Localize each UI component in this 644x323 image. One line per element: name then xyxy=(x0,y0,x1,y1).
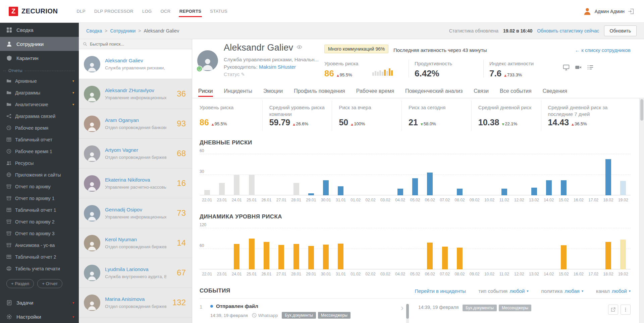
tab-7[interactable]: Связи xyxy=(474,85,489,97)
employee-list-item[interactable]: Ekaterina NikiforovaУправление расчетно-… xyxy=(79,169,192,198)
sidebar-report-item-13[interactable]: Отчет по архиву 2 xyxy=(0,216,79,228)
sidebar-report-item-9[interactable]: Приложения и сайты xyxy=(0,169,79,181)
bar[interactable] xyxy=(249,239,255,269)
employee-list-item[interactable]: Gennadij OsipovУправление информационных… xyxy=(79,198,192,228)
event-title[interactable]: Отправлен файл xyxy=(216,303,258,309)
user-name[interactable]: Админ Админ xyxy=(595,9,625,14)
sidebar-item-2[interactable]: Сотрудники xyxy=(0,37,79,51)
export-button[interactable] xyxy=(608,305,618,315)
go-to-incidents-link[interactable]: Перейти в инциденты xyxy=(415,288,466,294)
bar[interactable] xyxy=(605,159,611,195)
tab-4[interactable]: Профиль поведения xyxy=(294,85,345,97)
bar[interactable] xyxy=(338,186,343,195)
main-scrollbar[interactable] xyxy=(639,98,644,323)
sidebar-bottom-item-2[interactable]: Настройки▾ xyxy=(0,310,79,323)
monitor-icon[interactable] xyxy=(563,64,570,71)
employee-name-link[interactable]: Kerol Nyuman xyxy=(105,237,166,242)
tab-9[interactable]: Сведения xyxy=(543,85,567,97)
employee-name-link[interactable]: Gennadij Osipov xyxy=(105,207,166,212)
quick-search[interactable] xyxy=(79,39,192,49)
bar[interactable] xyxy=(323,245,329,269)
employee-list-item[interactable]: Aleksandr GalievСлужба управления рискам… xyxy=(79,49,192,79)
tab-5[interactable]: Рабочее время xyxy=(356,85,394,97)
filter-value[interactable]: любой xyxy=(612,288,627,294)
employee-name-link[interactable]: Aleksandr Galiev xyxy=(105,58,166,63)
edit-pencil-icon[interactable]: ✎ xyxy=(241,72,245,77)
events-scrollbar-thumb[interactable] xyxy=(406,304,409,319)
bar[interactable] xyxy=(293,183,299,195)
bar[interactable] xyxy=(234,244,239,269)
bar[interactable] xyxy=(323,180,329,195)
refresh-stats-link[interactable]: Обновить статистику сейчас xyxy=(537,28,599,34)
tab-3[interactable]: Эмоции xyxy=(263,85,283,97)
main-scrollbar-thumb[interactable] xyxy=(640,99,643,121)
back-to-list-link[interactable]: ← к списку сотрудников xyxy=(575,47,631,53)
tab-6[interactable]: Поведенческий анализ xyxy=(405,85,463,97)
refresh-button[interactable]: Обновить xyxy=(604,25,637,36)
tab-8[interactable]: Все события xyxy=(500,85,532,97)
bar[interactable] xyxy=(219,253,225,269)
sidebar-report-item-5[interactable]: Рабочее время xyxy=(0,122,79,134)
bar[interactable] xyxy=(591,252,596,269)
bar[interactable] xyxy=(487,252,492,269)
top-nav-ocr[interactable]: OCR xyxy=(161,7,171,16)
bar[interactable] xyxy=(561,180,567,195)
top-nav-reports[interactable]: REPORTS xyxy=(179,7,202,16)
bar[interactable] xyxy=(308,246,314,269)
user-menu[interactable]: Админ Админ xyxy=(583,7,644,15)
bar[interactable] xyxy=(561,245,567,269)
bar[interactable] xyxy=(576,251,581,269)
sidebar-report-item-14[interactable]: Отчет по архиву 3 xyxy=(0,228,79,239)
sidebar-report-item-15[interactable]: Анисимова - ус-ва xyxy=(0,239,79,251)
bar[interactable] xyxy=(501,189,507,195)
bar[interactable] xyxy=(382,253,388,269)
employee-name-link[interactable]: Lyudmila Larionova xyxy=(105,266,166,272)
employee-name-link[interactable]: Artyom Vagner xyxy=(105,147,166,153)
bar[interactable] xyxy=(264,242,269,269)
employee-list-item[interactable]: Artyom VagnerОтдел сопровождения биржев.… xyxy=(79,139,192,169)
bar[interactable] xyxy=(501,250,507,269)
bar[interactable] xyxy=(234,175,239,195)
user-avatar-icon[interactable] xyxy=(583,7,591,15)
bar[interactable] xyxy=(457,189,463,195)
bar[interactable] xyxy=(531,188,537,195)
bar[interactable] xyxy=(204,251,210,269)
breadcrumb-item-1[interactable]: Сводка xyxy=(86,28,102,34)
top-nav-status[interactable]: STATUS xyxy=(210,7,227,16)
sidebar-report-item-10[interactable]: Отчет по архиву xyxy=(0,181,79,192)
event-filter-1[interactable]: тип событиялюбой▾ xyxy=(479,288,529,294)
sidebar-report-item-12[interactable]: Табличный отчет 1 xyxy=(0,204,79,216)
sidebar-report-item-2[interactable]: Диаграммы▾ xyxy=(0,87,79,99)
sidebar-report-item-11[interactable]: Отчет по архиву 1 xyxy=(0,192,79,204)
bar[interactable] xyxy=(397,189,403,195)
bar[interactable] xyxy=(472,251,477,269)
bar[interactable] xyxy=(412,249,418,269)
bar[interactable] xyxy=(620,240,626,269)
more-options-button[interactable] xyxy=(621,305,631,315)
top-nav-log[interactable]: LOG xyxy=(142,7,152,16)
employee-list-item[interactable]: Aram OganyanОтдел сопровождения банковс.… xyxy=(79,109,192,139)
sidebar-item-3[interactable]: Карантин xyxy=(0,51,79,65)
breadcrumb-item-2[interactable]: Сотрудники xyxy=(110,28,136,34)
sidebar-report-item-4[interactable]: Диаграмма связей xyxy=(0,110,79,122)
eye-icon[interactable] xyxy=(297,43,302,50)
bar[interactable] xyxy=(427,173,433,195)
bar[interactable] xyxy=(204,190,210,195)
bar[interactable] xyxy=(605,242,611,269)
sidebar-report-item-1[interactable]: Архивные▾ xyxy=(0,75,79,87)
events-scrollbar[interactable] xyxy=(406,304,409,323)
sidebar-report-item-17[interactable]: Табель учета печати xyxy=(0,263,79,274)
bar[interactable] xyxy=(546,180,552,195)
event-filter-3[interactable]: каналлюбой▾ xyxy=(596,288,631,294)
bar[interactable] xyxy=(249,175,255,195)
employee-list-item[interactable]: Marina AnisimovaОтдел сопровождения бирж… xyxy=(79,288,192,318)
tab-1[interactable]: Риски xyxy=(198,85,213,97)
employee-name-link[interactable]: Marina Anisimova xyxy=(105,296,166,302)
bar[interactable] xyxy=(442,247,448,269)
add-report-button[interactable]: + Отчет xyxy=(37,279,62,288)
bar[interactable] xyxy=(620,181,626,195)
camera-icon[interactable] xyxy=(575,64,582,71)
sidebar-report-item-7[interactable]: Рабочее время 1 xyxy=(0,145,79,157)
employee-status[interactable]: Статус✎ xyxy=(224,71,245,77)
sidebar-report-item-8[interactable]: Ресурсы xyxy=(0,157,79,169)
